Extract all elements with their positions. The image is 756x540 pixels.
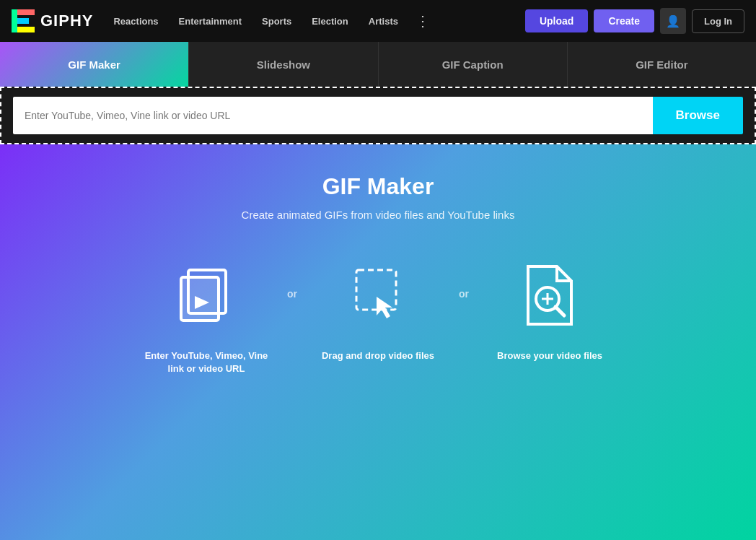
video-url-option: Enter YouTube, Vimeo, Vinelink or video … — [126, 256, 287, 375]
svg-rect-7 — [356, 270, 396, 310]
browse-files-icon — [510, 256, 589, 335]
tab-slideshow[interactable]: Slideshow — [189, 42, 378, 87]
video-url-label: Enter YouTube, Vimeo, Vinelink or video … — [145, 349, 268, 375]
nav-link-entertainment[interactable]: Entertainment — [170, 12, 250, 31]
svg-rect-0 — [12, 9, 17, 32]
svg-marker-8 — [377, 297, 392, 318]
main-content: GIF Maker Create animated GIFs from vide… — [0, 144, 756, 540]
url-input-area: Browse — [0, 87, 756, 144]
user-icon-button[interactable]: 👤 — [660, 8, 686, 34]
nav-link-reactions[interactable]: Reactions — [105, 12, 167, 31]
or-separator-1: or — [287, 256, 297, 300]
svg-line-10 — [555, 307, 564, 315]
main-title: GIF Maker — [322, 173, 434, 200]
browse-files-option: Browse your video files — [469, 256, 630, 362]
nav-actions: Upload Create 👤 Log In — [525, 8, 744, 34]
navbar: GIPHY Reactions Entertainment Sports Ele… — [0, 0, 756, 42]
svg-rect-3 — [17, 27, 35, 32]
drag-drop-label: Drag and drop video files — [322, 349, 434, 362]
main-subtitle: Create animated GIFs from video files an… — [242, 209, 515, 221]
more-menu-icon[interactable]: ⋮ — [410, 9, 436, 32]
tabs-bar: GIF Maker Slideshow GIF Caption GIF Edit… — [0, 42, 756, 87]
tab-gif-maker[interactable]: GIF Maker — [0, 42, 189, 87]
nav-link-sports[interactable]: Sports — [253, 12, 300, 31]
nav-link-artists[interactable]: Artists — [360, 12, 407, 31]
video-url-icon — [167, 256, 246, 335]
logo[interactable]: GIPHY — [12, 9, 93, 32]
create-button[interactable]: Create — [594, 9, 654, 32]
user-icon: 👤 — [666, 14, 680, 28]
giphy-logo-icon — [12, 9, 35, 32]
svg-rect-2 — [17, 18, 29, 24]
drag-drop-icon — [338, 256, 418, 335]
upload-button[interactable]: Upload — [525, 9, 588, 32]
tab-gif-caption[interactable]: GIF Caption — [379, 42, 568, 87]
icons-row: Enter YouTube, Vimeo, Vinelink or video … — [126, 256, 630, 375]
login-button[interactable]: Log In — [692, 9, 744, 33]
brand-name: GIPHY — [40, 12, 93, 30]
tab-gif-editor[interactable]: GIF Editor — [568, 42, 756, 87]
or-separator-2: or — [459, 256, 469, 300]
nav-links: Reactions Entertainment Sports Election … — [105, 9, 519, 32]
svg-rect-1 — [17, 9, 35, 15]
nav-link-election[interactable]: Election — [303, 12, 357, 31]
drag-drop-option: Drag and drop video files — [297, 256, 459, 362]
browse-button[interactable]: Browse — [653, 97, 743, 134]
browse-files-label: Browse your video files — [497, 349, 602, 362]
url-input[interactable] — [13, 97, 653, 134]
